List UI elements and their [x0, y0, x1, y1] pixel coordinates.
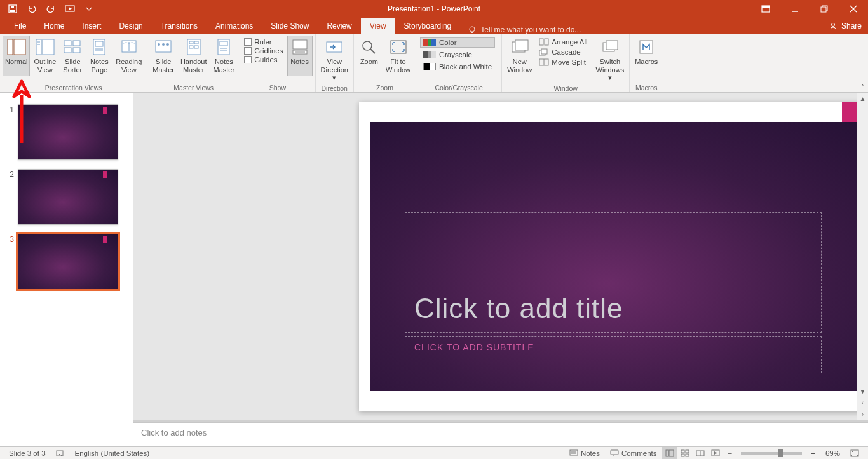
svg-rect-54 — [541, 49, 547, 54]
macros-button[interactable]: Macros — [632, 36, 660, 76]
view-direction-button[interactable]: View Direction ▾ — [318, 36, 351, 84]
tab-slideshow[interactable]: Slide Show — [262, 18, 318, 34]
svg-rect-14 — [8, 39, 13, 55]
view-buttons — [662, 447, 723, 460]
zoom-button[interactable]: Zoom — [356, 36, 382, 76]
tab-storyboarding[interactable]: Storyboarding — [395, 18, 461, 34]
notes-master-button[interactable]: Notes Master — [211, 36, 238, 76]
spellcheck-status[interactable] — [51, 447, 70, 460]
notes-page-button[interactable]: Notes Page — [86, 36, 112, 76]
tab-design[interactable]: Design — [110, 18, 151, 34]
scroll-down-button[interactable]: ▼ — [857, 385, 868, 397]
vertical-scrollbar[interactable]: ▲ ▼ ‹ › — [857, 93, 868, 420]
reading-view-button[interactable]: Reading View — [113, 36, 144, 76]
tab-home[interactable]: Home — [35, 18, 73, 34]
svg-line-47 — [370, 49, 375, 53]
save-button[interactable] — [4, 0, 22, 18]
gridlines-checkbox[interactable]: Gridlines — [244, 47, 283, 55]
fit-to-window-button[interactable]: Fit to Window — [383, 36, 413, 76]
thumbnail-2[interactable]: 2 — [0, 166, 133, 231]
grayscale-button[interactable]: Grayscale — [420, 50, 495, 60]
fit-slide-button[interactable] — [845, 447, 864, 460]
slide-master-button[interactable]: Slide Master — [150, 36, 177, 76]
prev-slide-button[interactable]: ‹ — [857, 397, 868, 408]
start-slideshow-button[interactable] — [61, 0, 79, 18]
guides-checkbox[interactable]: Guides — [244, 56, 283, 63]
zoom-level[interactable]: 69% — [820, 447, 845, 460]
next-slide-button[interactable]: › — [857, 408, 868, 420]
svg-point-11 — [470, 27, 475, 32]
ribbon: Normal Outline View Slide Sorter Notes P… — [0, 34, 868, 93]
reading-view-status-button[interactable] — [693, 447, 708, 460]
zoom-out-button[interactable]: − — [723, 447, 738, 460]
scroll-up-button[interactable]: ▲ — [857, 93, 868, 104]
color-button[interactable]: Color — [420, 37, 495, 48]
slide-sorter-button[interactable]: Slide Sorter — [60, 36, 85, 76]
tellme-search[interactable]: Tell me what you want to do... — [468, 25, 581, 34]
svg-rect-61 — [570, 450, 578, 455]
comments-status-button[interactable]: Comments — [605, 447, 662, 460]
zoom-slider[interactable] — [741, 452, 802, 455]
show-launcher[interactable] — [305, 85, 311, 91]
thumbnail-1[interactable]: 1 — [0, 102, 133, 166]
window-title: Presentation1 - PowerPoint — [0, 4, 868, 13]
svg-rect-66 — [669, 450, 674, 456]
zoom-in-button[interactable]: + — [806, 447, 820, 460]
qat-customize-button[interactable] — [80, 0, 98, 18]
ruler-checkbox[interactable]: Ruler — [244, 38, 283, 46]
group-label: Macros — [632, 83, 660, 92]
outline-view-button[interactable]: Outline View — [31, 36, 58, 76]
slide-thumbnail-panel[interactable]: 1 2 3 — [0, 93, 133, 446]
scroll-track[interactable] — [857, 104, 868, 385]
notes-pane[interactable]: Click to add notes — [133, 422, 868, 446]
tab-transitions[interactable]: Transitions — [152, 18, 207, 34]
slide-canvas-area[interactable]: Click to add title CLICK TO ADD SUBTITLE… — [133, 93, 868, 420]
normal-view-status-button[interactable] — [662, 447, 677, 460]
svg-rect-5 — [762, 6, 770, 8]
svg-rect-51 — [539, 39, 543, 45]
thumb-number: 1 — [5, 104, 14, 114]
subtitle-placeholder[interactable]: CLICK TO ADD SUBTITLE — [405, 336, 822, 373]
zoom-knob[interactable] — [778, 449, 783, 457]
cascade-button[interactable]: Cascade — [537, 48, 589, 57]
undo-button[interactable] — [23, 0, 41, 18]
svg-rect-15 — [14, 39, 25, 55]
collapse-ribbon-button[interactable]: ˄ — [861, 84, 864, 91]
minimize-button[interactable] — [780, 0, 810, 18]
status-bar: Slide 3 of 3 English (United States) Not… — [0, 446, 868, 459]
title-bar: Presentation1 - PowerPoint — [0, 0, 868, 18]
restore-button[interactable] — [810, 0, 839, 18]
comments-icon — [610, 449, 619, 457]
svg-rect-20 — [64, 41, 71, 46]
handout-master-button[interactable]: Handout Master — [178, 36, 210, 76]
language-status[interactable]: English (United States) — [70, 447, 155, 460]
sorter-view-status-button[interactable] — [677, 447, 693, 460]
switch-windows-button[interactable]: Switch Windows ▾ — [593, 36, 627, 84]
svg-point-31 — [162, 43, 165, 46]
tab-review[interactable]: Review — [318, 18, 360, 34]
reading-view-icon — [119, 37, 139, 57]
slideshow-status-button[interactable] — [708, 447, 723, 460]
notes-toggle-button[interactable]: Notes — [287, 36, 313, 76]
tab-file[interactable]: File — [5, 18, 35, 34]
ribbon-display-button[interactable] — [751, 0, 780, 18]
thumbnail-3[interactable]: 3 — [0, 231, 133, 296]
arrange-all-button[interactable]: Arrange All — [537, 37, 589, 46]
tab-animations[interactable]: Animations — [207, 18, 262, 34]
notes-page-icon — [89, 37, 109, 57]
tab-view[interactable]: View — [361, 18, 395, 34]
lightbulb-icon — [468, 25, 477, 34]
share-button[interactable]: Share — [829, 18, 862, 34]
group-master-views: Slide Master Handout Master Notes Master… — [147, 34, 240, 92]
move-split-button[interactable]: Move Split — [537, 58, 589, 67]
redo-button[interactable] — [42, 0, 60, 18]
slide-count-status[interactable]: Slide 3 of 3 — [4, 447, 51, 460]
tab-insert[interactable]: Insert — [73, 18, 110, 34]
title-placeholder[interactable]: Click to add title — [405, 212, 822, 333]
svg-rect-68 — [686, 450, 689, 453]
close-button[interactable] — [839, 0, 868, 18]
normal-view-button[interactable]: Normal — [3, 36, 30, 76]
notes-status-button[interactable]: Notes — [564, 447, 605, 460]
new-window-button[interactable]: New Window — [505, 36, 534, 76]
black-white-button[interactable]: Black and White — [420, 62, 495, 72]
